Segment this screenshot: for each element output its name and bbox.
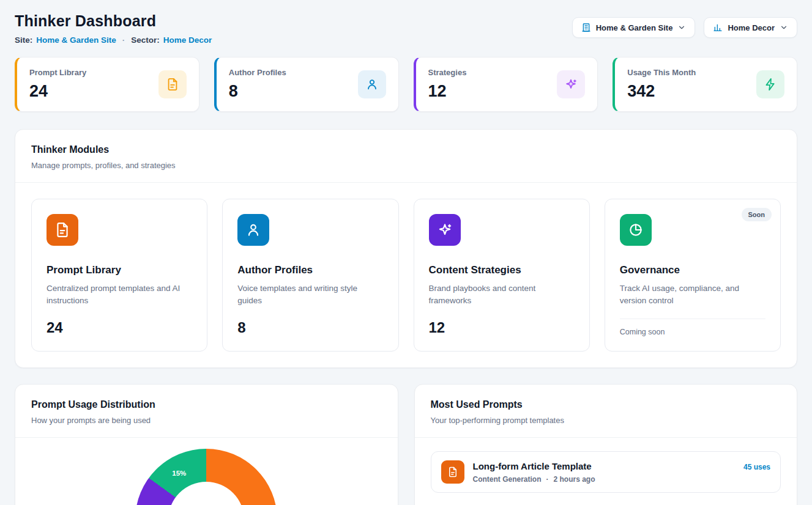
- site-link[interactable]: Home & Garden Site: [36, 35, 116, 45]
- prompt-category: Content Generation: [473, 475, 542, 484]
- modules-title: Thinker Modules: [31, 144, 781, 155]
- page-header: Thinker Dashboard Site: Home & Garden Si…: [15, 12, 797, 45]
- site-selector-dropdown[interactable]: Home & Garden Site: [572, 17, 696, 38]
- breadcrumb: Site: Home & Garden Site · Sector: Home …: [15, 35, 212, 45]
- prompt-uses-badge: 45 uses: [743, 463, 770, 471]
- donut-segment-label: 15%: [172, 470, 186, 477]
- sector-selector-dropdown[interactable]: Home Decor: [704, 17, 797, 38]
- document-icon: [47, 214, 78, 246]
- stat-value: 24: [29, 82, 86, 101]
- module-card-prompt-library[interactable]: Prompt Library Centralized prompt templa…: [31, 199, 207, 352]
- module-title: Governance: [620, 264, 765, 276]
- modules-grid: Prompt Library Centralized prompt templa…: [15, 183, 797, 367]
- header-left: Thinker Dashboard Site: Home & Garden Si…: [15, 12, 212, 45]
- stat-value: 342: [627, 82, 696, 101]
- bottom-row: Prompt Usage Distribution How your promp…: [15, 384, 797, 505]
- stat-card-usage: Usage This Month 342: [613, 57, 797, 112]
- module-card-governance[interactable]: Soon Governance Track AI usage, complian…: [605, 199, 781, 352]
- stat-card-prompt-library: Prompt Library 24: [15, 57, 199, 112]
- module-description: Brand playbooks and content frameworks: [429, 282, 575, 308]
- module-description: Voice templates and writing style guides: [237, 282, 383, 308]
- stat-value: 8: [229, 82, 286, 101]
- stat-text: Prompt Library 24: [29, 68, 86, 101]
- header-actions: Home & Garden Site Home Decor: [572, 17, 797, 38]
- sparkle-star-icon: [557, 70, 585, 98]
- module-count: 8: [237, 319, 383, 336]
- dashboard-page: Thinker Dashboard Site: Home & Garden Si…: [0, 0, 812, 505]
- module-title: Prompt Library: [47, 264, 192, 276]
- prompt-list: Long-form Article Template Content Gener…: [415, 438, 797, 505]
- module-title: Content Strategies: [429, 264, 575, 276]
- building-icon: [581, 23, 591, 32]
- separator-dot: ·: [122, 35, 125, 45]
- prompt-title: Long-form Article Template: [473, 461, 735, 471]
- stat-card-author-profiles: Author Profiles 8: [214, 57, 399, 112]
- usage-panel-subtitle: How your prompts are being used: [31, 416, 382, 425]
- thinker-modules-section: Thinker Modules Manage prompts, profiles…: [15, 129, 797, 368]
- sparkle-star-icon: [429, 214, 461, 246]
- stat-label: Prompt Library: [29, 68, 86, 77]
- module-count: 24: [47, 319, 192, 336]
- list-item-prompt[interactable]: Long-form Article Template Content Gener…: [431, 451, 781, 493]
- usage-distribution-panel: Prompt Usage Distribution How your promp…: [15, 384, 398, 505]
- prompt-time: 2 hours ago: [554, 475, 595, 484]
- module-card-content-strategies[interactable]: Content Strategies Brand playbooks and c…: [414, 199, 590, 352]
- module-description: Centralized prompt templates and AI inst…: [47, 282, 192, 308]
- donut-chart: 15%: [135, 449, 277, 505]
- most-used-prompts-panel: Most Used Prompts Your top-performing pr…: [414, 384, 798, 505]
- separator-dot: ·: [546, 475, 549, 484]
- prompt-meta: Content Generation · 2 hours ago: [473, 475, 735, 484]
- site-selector-label: Home & Garden Site: [596, 23, 673, 32]
- lightning-icon: [756, 70, 784, 98]
- module-card-author-profiles[interactable]: Author Profiles Voice templates and writ…: [222, 199, 398, 352]
- module-title: Author Profiles: [237, 264, 383, 276]
- modules-subtitle: Manage prompts, profiles, and strategies: [31, 161, 781, 170]
- stat-card-strategies: Strategies 12: [414, 57, 598, 112]
- site-label: Site:: [15, 35, 32, 45]
- module-count: 12: [429, 319, 575, 336]
- sector-link[interactable]: Home Decor: [163, 35, 212, 45]
- page-title: Thinker Dashboard: [15, 12, 212, 30]
- stat-label: Usage This Month: [627, 68, 696, 77]
- prompt-text: Long-form Article Template Content Gener…: [473, 461, 735, 484]
- coming-soon-text: Coming soon: [620, 319, 765, 336]
- most-used-subtitle: Your top-performing prompt templates: [431, 416, 781, 425]
- person-icon: [358, 70, 386, 98]
- modules-header: Thinker Modules Manage prompts, profiles…: [15, 130, 797, 182]
- most-used-header: Most Used Prompts Your top-performing pr…: [415, 385, 797, 437]
- usage-panel-title: Prompt Usage Distribution: [31, 399, 382, 410]
- donut-hole: [168, 482, 244, 505]
- module-description: Track AI usage, compliance, and version …: [620, 282, 765, 308]
- sector-label: Sector:: [131, 35, 160, 45]
- chevron-down-icon: [677, 23, 686, 32]
- stat-text: Usage This Month 342: [627, 68, 696, 101]
- soon-badge: Soon: [742, 208, 772, 221]
- stat-text: Author Profiles 8: [229, 68, 286, 101]
- chevron-down-icon: [780, 23, 788, 32]
- bar-chart-icon: [713, 23, 723, 32]
- pie-chart-icon: [620, 214, 652, 246]
- usage-panel-header: Prompt Usage Distribution How your promp…: [15, 385, 398, 437]
- chart-area: 15%: [15, 438, 398, 505]
- person-icon: [237, 214, 269, 246]
- sector-selector-label: Home Decor: [728, 23, 775, 32]
- document-icon: [441, 460, 464, 484]
- stat-label: Author Profiles: [229, 68, 286, 77]
- stat-text: Strategies 12: [428, 68, 467, 101]
- most-used-title: Most Used Prompts: [431, 399, 781, 410]
- stat-label: Strategies: [428, 68, 467, 77]
- stat-value: 12: [428, 82, 467, 101]
- stats-row: Prompt Library 24 Author Profiles 8 Stra…: [15, 57, 797, 112]
- document-icon: [158, 70, 187, 98]
